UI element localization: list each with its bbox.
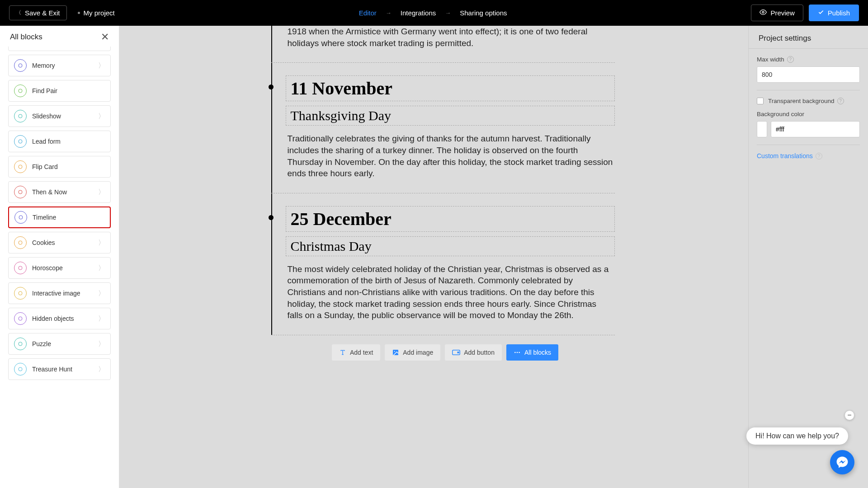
- block-item-label: Horoscope: [32, 264, 98, 272]
- block-item-flip-card[interactable]: Flip Card: [8, 156, 111, 178]
- svg-point-6: [19, 165, 22, 169]
- add-text-button[interactable]: Add text: [332, 344, 380, 361]
- entry-description[interactable]: Traditionally celebrates the giving of t…: [286, 132, 615, 180]
- block-item-interactive-image[interactable]: Interactive image〉: [8, 282, 111, 304]
- slideshow-icon: [14, 110, 27, 122]
- block-list[interactable]: Personality〉Memory〉Find PairSlideshow〉Le…: [0, 47, 119, 488]
- add-image-label: Add image: [403, 349, 433, 356]
- custom-translations-link[interactable]: Custom translations ?: [757, 152, 860, 160]
- chevron-right-icon: 〉: [98, 61, 105, 70]
- block-item-label: Cookies: [32, 239, 98, 246]
- left-panel: All blocks ✕ Personality〉Memory〉Find Pai…: [0, 26, 119, 488]
- svg-point-3: [19, 89, 22, 93]
- project-name[interactable]: My project: [78, 9, 115, 17]
- entry-title[interactable]: Thanksgiving Day: [286, 106, 615, 126]
- add-button-label: Add button: [464, 349, 495, 356]
- nav-integrations[interactable]: Integrations: [401, 9, 436, 17]
- interactive-image-icon: [14, 287, 27, 300]
- all-blocks-button[interactable]: All blocks: [506, 344, 558, 361]
- entry-description[interactable]: The most widely celebrated holiday of th…: [286, 263, 615, 322]
- add-image-button[interactable]: Add image: [385, 344, 440, 361]
- find-pair-icon: [14, 84, 27, 97]
- messenger-icon: [836, 456, 849, 469]
- block-item-then-now[interactable]: Then & Now〉: [8, 181, 111, 203]
- chevron-right-icon: 〉: [98, 365, 105, 374]
- timeline-bullet-icon: [269, 215, 274, 220]
- svg-point-20: [517, 352, 518, 353]
- nav-sharing[interactable]: Sharing options: [460, 9, 507, 17]
- block-item-label: Hidden objects: [32, 315, 98, 322]
- chevron-right-icon: 〉: [98, 239, 105, 247]
- svg-point-16: [394, 351, 395, 352]
- block-item-hidden-objects[interactable]: Hidden objects〉: [8, 308, 111, 329]
- color-swatch[interactable]: [757, 121, 767, 137]
- transparent-bg-row[interactable]: Transparent background ?: [757, 98, 860, 104]
- right-panel-title: Project settings: [749, 26, 868, 49]
- chevron-right-icon: 〉: [98, 340, 105, 348]
- svg-point-7: [19, 190, 22, 194]
- checkbox-icon[interactable]: [757, 98, 764, 104]
- svg-point-8: [19, 216, 23, 219]
- chevron-right-icon: 〉: [98, 289, 105, 298]
- entry-title[interactable]: Christmas Day: [286, 236, 615, 256]
- block-item-treasure-hunt[interactable]: Treasure Hunt〉: [8, 358, 111, 380]
- block-item-cookies[interactable]: Cookies〉: [8, 232, 111, 253]
- block-item-memory[interactable]: Memory〉: [8, 55, 111, 76]
- chevron-right-icon: 〉: [98, 314, 105, 323]
- block-item-lead-form[interactable]: Lead form: [8, 131, 111, 152]
- treasure-hunt-icon: [14, 363, 27, 375]
- arrow-right-icon: →: [445, 9, 451, 16]
- block-item-slideshow[interactable]: Slideshow〉: [8, 105, 111, 127]
- check-icon: [818, 9, 824, 17]
- chat-launcher-button[interactable]: [830, 450, 854, 474]
- help-icon[interactable]: ?: [837, 98, 844, 104]
- close-icon[interactable]: ✕: [101, 32, 109, 42]
- puzzle-icon: [14, 338, 27, 350]
- bg-color-label: Background color: [757, 111, 860, 117]
- chat-greeting[interactable]: Hi! How can we help you?: [746, 427, 848, 445]
- block-item-timeline[interactable]: Timeline: [8, 206, 111, 228]
- unsaved-dot-icon: [78, 12, 80, 14]
- entry-description[interactable]: 1918 when the Armistice with Germany wen…: [286, 26, 615, 50]
- topbar-right-buttons: Preview Publish: [751, 5, 859, 21]
- timeline-block[interactable]: 1918 when the Armistice with Germany wen…: [253, 26, 615, 335]
- editor-canvas: 1918 when the Armistice with Germany wen…: [119, 26, 748, 488]
- timeline-entry: 25 December Christmas Day The most widel…: [271, 193, 615, 335]
- help-icon[interactable]: ?: [787, 56, 794, 63]
- svg-point-4: [19, 114, 22, 118]
- block-item-puzzle[interactable]: Puzzle〉: [8, 333, 111, 355]
- save-exit-button[interactable]: 〈 Save & Exit: [9, 5, 67, 20]
- svg-point-10: [19, 266, 22, 270]
- block-item-horoscope[interactable]: Horoscope〉: [8, 257, 111, 279]
- chevron-left-icon: 〈: [16, 9, 21, 17]
- svg-point-11: [19, 291, 22, 295]
- svg-point-21: [519, 352, 520, 353]
- chat-minimize-button[interactable]: −: [844, 410, 854, 420]
- publish-label: Publish: [828, 9, 850, 17]
- block-item-label: Flip Card: [32, 163, 105, 170]
- publish-button[interactable]: Publish: [809, 5, 859, 21]
- max-width-input[interactable]: [757, 66, 860, 83]
- left-panel-title: All blocks: [10, 33, 42, 42]
- transparent-bg-label: Transparent background ?: [768, 98, 844, 104]
- preview-button[interactable]: Preview: [751, 5, 803, 21]
- cookies-icon: [14, 236, 27, 249]
- bg-color-input[interactable]: [771, 121, 860, 137]
- svg-point-19: [514, 352, 516, 353]
- entry-date-heading[interactable]: 25 December: [286, 206, 615, 232]
- save-exit-label: Save & Exit: [25, 9, 60, 17]
- block-item-label: Then & Now: [32, 188, 98, 196]
- canvas-content: 1918 when the Armistice with Germany wen…: [253, 26, 615, 397]
- block-item-label: Treasure Hunt: [32, 366, 98, 373]
- block-item-personality[interactable]: Personality〉: [8, 47, 111, 51]
- project-name-label: My project: [84, 9, 115, 17]
- svg-point-5: [19, 140, 22, 143]
- help-icon[interactable]: ?: [816, 153, 822, 160]
- button-icon: [452, 349, 460, 356]
- block-item-find-pair[interactable]: Find Pair: [8, 80, 111, 102]
- svg-point-14: [19, 367, 22, 371]
- block-item-label: Interactive image: [32, 290, 98, 297]
- add-button-button[interactable]: Add button: [445, 344, 502, 361]
- nav-editor[interactable]: Editor: [359, 9, 377, 17]
- entry-date-heading[interactable]: 11 November: [286, 75, 615, 101]
